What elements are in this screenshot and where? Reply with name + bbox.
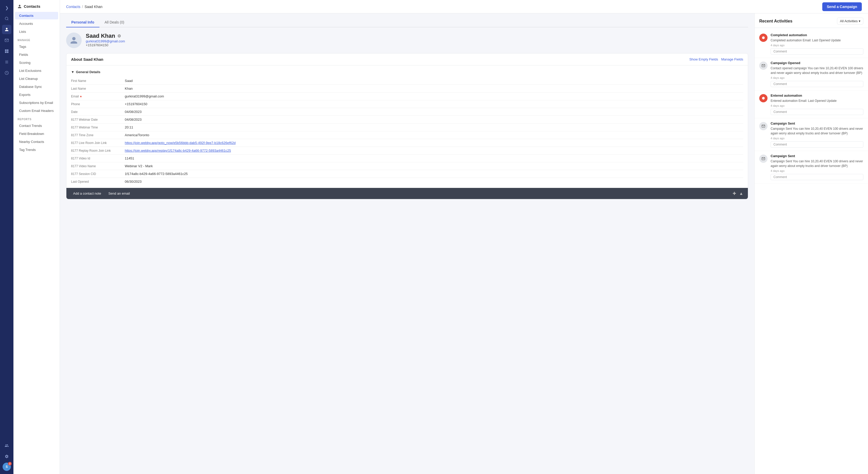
activity-comment-button[interactable]: Comment bbox=[771, 48, 863, 55]
about-section: About Saad Khan Show Empty Fields Manage… bbox=[66, 53, 748, 199]
email-nav-icon[interactable] bbox=[2, 36, 11, 45]
content-area: Personal Info All Deals (0) Saad Khan ⚙ … bbox=[60, 13, 868, 474]
reports-icon[interactable] bbox=[2, 68, 11, 78]
collapse-icon[interactable]: ▲ bbox=[739, 191, 743, 196]
settings-icon[interactable] bbox=[2, 452, 11, 461]
field-row-email: Email ★ gurkirat31999@gmail.com bbox=[71, 92, 743, 100]
field-row-video-id: 8177 Video Id 11451 bbox=[71, 154, 743, 162]
send-email-button[interactable]: Send an email bbox=[106, 190, 132, 197]
sidebar-item-database-sync[interactable]: Database Sync bbox=[15, 83, 58, 90]
activity-title: Entered automation bbox=[771, 94, 863, 97]
sidebar-item-contact-trends[interactable]: Contact Trends bbox=[15, 122, 58, 129]
show-empty-fields-link[interactable]: Show Empty Fields bbox=[689, 57, 718, 61]
activity-title: Completed automation bbox=[771, 33, 863, 37]
field-label: Last Opened bbox=[71, 180, 123, 183]
send-campaign-button[interactable]: Send a Campaign bbox=[822, 2, 862, 11]
sidebar-item-field-breakdown[interactable]: Field Breakdown bbox=[15, 130, 58, 138]
activities-filter-dropdown[interactable]: All Activities ▾ bbox=[837, 18, 863, 25]
sidebar-item-lists[interactable]: Lists bbox=[15, 28, 58, 35]
activity-title: Campaign Sent bbox=[771, 121, 863, 125]
activity-comment-button[interactable]: Comment bbox=[771, 81, 863, 87]
activity-item: Campaign Sent Campaign Sent You can hire… bbox=[754, 151, 868, 183]
sidebar-item-tags[interactable]: Tags bbox=[15, 43, 58, 50]
field-row-last-opened: Last Opened 06/30/2023 bbox=[71, 178, 743, 185]
top-bar: Contacts / Saad Khan Send a Campaign bbox=[60, 0, 868, 13]
activity-description: Completed automation Email: Last Opened … bbox=[771, 38, 863, 42]
field-label: 8177 Webinar Time bbox=[71, 126, 123, 129]
chevron-down-icon: ▾ bbox=[859, 19, 861, 23]
activity-type-icon bbox=[759, 61, 768, 70]
sidebar-item-list-cleanup[interactable]: List Cleanup bbox=[15, 75, 58, 83]
sidebar-item-tag-trends[interactable]: Tag Trends bbox=[15, 146, 58, 153]
field-value: 20:11 bbox=[125, 125, 743, 129]
plus-icon[interactable]: ✚ bbox=[733, 191, 736, 196]
field-label: Date bbox=[71, 110, 123, 114]
activity-item: Campaign Sent Campaign Sent You can hire… bbox=[754, 118, 868, 151]
sidebar-item-nearby-contacts[interactable]: Nearby Contacts bbox=[15, 138, 58, 146]
svg-rect-3 bbox=[5, 49, 6, 51]
tab-personal-info[interactable]: Personal Info bbox=[66, 18, 99, 27]
sidebar: Contacts Contacts Accounts Lists MANAGE … bbox=[13, 0, 60, 474]
field-value: 04/08/2023 bbox=[125, 110, 743, 114]
about-title: About Saad Khan bbox=[71, 57, 103, 61]
field-label: First Name bbox=[71, 79, 123, 83]
dashboard-icon[interactable] bbox=[2, 47, 11, 56]
activity-item: Completed automation Completed automatio… bbox=[754, 30, 868, 58]
sidebar-item-fields[interactable]: Fields bbox=[15, 51, 58, 58]
activity-title: Campaign Sent bbox=[771, 154, 863, 158]
field-row-webinar-time: 8177 Webinar Time 20:11 bbox=[71, 123, 743, 131]
sidebar-item-list-exclusions[interactable]: List Exclusions bbox=[15, 67, 58, 75]
required-star: ★ bbox=[80, 95, 82, 98]
reports-section-label: REPORTS bbox=[13, 115, 60, 122]
about-header-actions: Show Empty Fields Manage Fields bbox=[689, 57, 743, 61]
activity-type-icon bbox=[759, 154, 768, 163]
sidebar-item-contacts[interactable]: Contacts bbox=[15, 12, 58, 19]
activity-body: Entered automation Entered automation Em… bbox=[771, 94, 863, 115]
field-row-date: Date 04/08/2023 bbox=[71, 108, 743, 116]
activity-body: Campaign Sent Campaign Sent You can hire… bbox=[771, 154, 863, 180]
field-value: +15197604150 bbox=[125, 102, 743, 106]
expand-icon[interactable]: ❯ bbox=[2, 3, 11, 12]
details-section: ▼ General Details First Name Saad Last N… bbox=[66, 65, 748, 188]
contact-settings-icon[interactable]: ⚙ bbox=[117, 34, 121, 38]
team-icon[interactable] bbox=[2, 441, 11, 450]
add-contact-note-button[interactable]: Add a contact note bbox=[71, 190, 103, 197]
field-value: 04/08/2023 bbox=[125, 118, 743, 121]
sidebar-item-accounts[interactable]: Accounts bbox=[15, 20, 58, 27]
manage-fields-link[interactable]: Manage Fields bbox=[721, 57, 743, 61]
search-icon[interactable] bbox=[2, 14, 11, 23]
breadcrumb-parent[interactable]: Contacts bbox=[66, 5, 80, 9]
tab-all-deals[interactable]: All Deals (0) bbox=[99, 18, 129, 27]
activity-comment-button[interactable]: Comment bbox=[771, 141, 863, 148]
activity-comment-button[interactable]: Comment bbox=[771, 109, 863, 115]
breadcrumb-separator: / bbox=[82, 5, 83, 9]
svg-point-0 bbox=[5, 17, 8, 20]
user-avatar[interactable]: S 2 bbox=[3, 463, 11, 471]
chevron-down-icon: ▼ bbox=[71, 70, 74, 74]
contact-header: Saad Khan ⚙ gurkirat31999@gmail.com +151… bbox=[66, 33, 748, 48]
sidebar-item-subscriptions[interactable]: Subscriptions by Email bbox=[15, 99, 58, 107]
activity-time: 4 days ago bbox=[771, 137, 863, 140]
field-value[interactable]: https://join.webby.app/replay/1f174a8c-b… bbox=[125, 149, 743, 152]
field-label: 8177 Live Room Join Link bbox=[71, 141, 123, 145]
contacts-nav-icon[interactable] bbox=[2, 25, 11, 34]
svg-rect-5 bbox=[5, 52, 6, 53]
activity-description: Contact opened campaign You can hire 10,… bbox=[771, 66, 863, 75]
activity-body: Completed automation Completed automatio… bbox=[771, 33, 863, 55]
details-toggle[interactable]: ▼ General Details bbox=[71, 68, 743, 76]
contact-avatar bbox=[66, 33, 82, 48]
about-header: About Saad Khan Show Empty Fields Manage… bbox=[66, 54, 748, 65]
lists-icon[interactable] bbox=[2, 57, 11, 67]
activity-time: 4 days ago bbox=[771, 169, 863, 172]
activity-comment-button[interactable]: Comment bbox=[771, 174, 863, 180]
contact-email[interactable]: gurkirat31999@gmail.com bbox=[86, 39, 125, 43]
svg-line-1 bbox=[7, 19, 8, 20]
field-value: 06/30/2023 bbox=[125, 180, 743, 183]
field-value[interactable]: https://join.webby.app/goto_now/e5b56bbb… bbox=[125, 141, 743, 145]
activity-description: Entered automation Email: Last Opened Up… bbox=[771, 98, 863, 103]
field-label: Email ★ bbox=[71, 95, 123, 98]
sidebar-item-exports[interactable]: Exports bbox=[15, 91, 58, 98]
sidebar-item-custom-email-headers[interactable]: Custom Email Headers bbox=[15, 107, 58, 115]
field-row-webinar-date: 8177 Webinar Date 04/08/2023 bbox=[71, 116, 743, 123]
sidebar-item-scoring[interactable]: Scoring bbox=[15, 59, 58, 66]
